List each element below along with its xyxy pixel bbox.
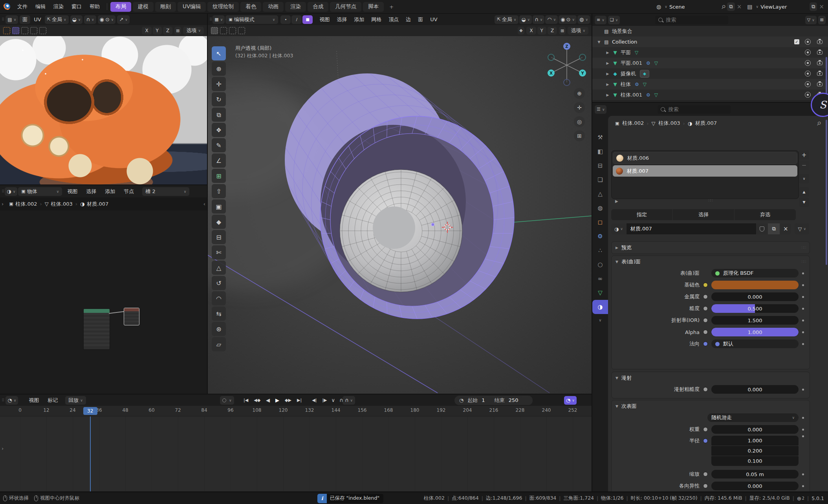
uv-grid-icon[interactable]: ⊞: [174, 27, 181, 35]
select-circle-icon[interactable]: [229, 27, 236, 34]
uv-mirror-y-toggle[interactable]: Y: [153, 27, 162, 35]
timeline-menu-视图[interactable]: 视图: [24, 396, 43, 405]
material-browse-button[interactable]: ◑∨: [611, 223, 626, 234]
new-collection-button[interactable]: ⊞: [818, 16, 826, 24]
prop-field-折射率(IOR)[interactable]: 1.500: [711, 316, 799, 325]
assign-button[interactable]: 指定: [611, 209, 672, 220]
outliner-row-柱体.001[interactable]: ▶▼柱体.001⚙▽: [592, 89, 828, 100]
uv-gizmo-dropdown[interactable]: ↗∨: [117, 15, 130, 24]
vp-mirror-z-toggle[interactable]: Z: [548, 27, 557, 35]
prop-field-漫射粗糙度[interactable]: 0.000: [711, 385, 799, 394]
outliner-filter-dropdown[interactable]: ▽∨: [805, 16, 817, 24]
shader-menu-选择[interactable]: 选择: [82, 187, 101, 196]
new-scene-icon[interactable]: ⧉: [727, 2, 735, 11]
jump-to-start-button[interactable]: |◀: [241, 396, 251, 405]
properties-tab-scene[interactable]: △: [592, 187, 608, 201]
animate-dot[interactable]: [802, 320, 804, 321]
toggle-ortho-button[interactable]: ⊞: [574, 130, 585, 141]
scene-chevron-icon[interactable]: ∨: [665, 5, 667, 9]
next-keyframe-button[interactable]: ◆▶: [282, 396, 294, 405]
node-principled-bsdf[interactable]: [83, 309, 110, 350]
uv-mirror-z-toggle[interactable]: Z: [163, 27, 172, 35]
snap-grid-icon[interactable]: ⊞: [559, 27, 566, 35]
stencil-mask-icon[interactable]: [12, 27, 19, 34]
uv-sync-icon[interactable]: [21, 27, 28, 34]
properties-tab-physics[interactable]: ○: [592, 257, 608, 272]
outliner-item-label[interactable]: 场景集合: [612, 28, 632, 35]
properties-tab-tool[interactable]: ⚒: [592, 130, 608, 144]
tool-smooth[interactable]: ◠: [212, 291, 226, 305]
select-box-icon[interactable]: [220, 27, 227, 34]
workspace-tab-雕刻[interactable]: 雕刻: [155, 2, 176, 12]
playback-dropdown[interactable]: 回放∨: [65, 396, 86, 405]
prop-field-Alpha[interactable]: 1.000: [711, 328, 799, 336]
viewlayer-chevron-icon[interactable]: ∨: [756, 5, 759, 9]
start-value[interactable]: 1: [482, 397, 485, 403]
prop-field-表(曲)面[interactable]: 原理化 BSDF: [711, 269, 799, 278]
hide-eye-icon[interactable]: [805, 81, 811, 87]
uv-select-mode-icon[interactable]: [30, 27, 37, 34]
scroll-right-icon[interactable]: ‹: [203, 201, 205, 207]
face-select-button[interactable]: ■: [302, 15, 313, 24]
menu-窗口[interactable]: 窗口: [68, 2, 86, 11]
deselect-button[interactable]: 弃选: [735, 209, 796, 220]
viewlayer-name[interactable]: ViewLayer: [760, 4, 808, 10]
select-tweak-icon[interactable]: [211, 27, 218, 34]
vp-menu-网格[interactable]: 网格: [368, 15, 385, 24]
workspace-tab-UV编辑[interactable]: UV编辑: [178, 2, 206, 12]
preview-panel[interactable]: ▶预览∷∷: [611, 241, 810, 254]
outliner-row-场景集合[interactable]: ▤场景集合: [592, 26, 828, 37]
outliner-row-平面.001[interactable]: ▶▼平面.001⚙▽: [592, 58, 828, 68]
timeline-keyframe-area[interactable]: [0, 416, 592, 491]
tool-measure[interactable]: ∠: [212, 153, 226, 168]
shader-menu-添加[interactable]: 添加: [101, 187, 119, 196]
menu-编辑[interactable]: 编辑: [31, 2, 49, 11]
shader-editor-type-button[interactable]: ◑∨: [5, 187, 17, 196]
gizmo-y-neg-axis[interactable]: [548, 54, 555, 61]
material-slot-材质.006[interactable]: 材质.006: [613, 152, 797, 164]
breadcrumb-object[interactable]: 柱体.002: [16, 201, 37, 208]
gizmo-z-axis[interactable]: Z: [563, 43, 570, 50]
add-workspace-button[interactable]: +: [385, 2, 398, 12]
hide-eye-icon[interactable]: [805, 49, 811, 55]
tool-bevel[interactable]: ◆: [212, 215, 226, 229]
tool-knife[interactable]: ✄: [212, 245, 226, 259]
autokey-toggle[interactable]: ∨: [220, 396, 234, 405]
tool-annotate[interactable]: ✎: [212, 138, 226, 152]
prop-field-缩放[interactable]: 0.05 m: [711, 470, 799, 478]
hide-eye-icon[interactable]: [805, 92, 811, 98]
prop-field-糙度[interactable]: 0.500: [711, 304, 799, 313]
radius-value-1[interactable]: 0.200: [711, 446, 799, 456]
vp-menu-边[interactable]: 边: [402, 15, 414, 24]
collection-checkbox[interactable]: ✓: [794, 39, 799, 44]
outliner-item-label[interactable]: Collection: [612, 39, 637, 45]
properties-tab-output[interactable]: ⊟: [592, 159, 608, 173]
tool-extrude-region[interactable]: ⇧: [212, 184, 226, 198]
timeline-corner-grip[interactable]: ⠿: [2, 398, 4, 402]
menu-渲染[interactable]: 渲染: [49, 2, 68, 11]
select-lasso-icon[interactable]: [238, 27, 245, 34]
editor-type-button[interactable]: ▤∨: [5, 15, 18, 24]
hide-eye-icon[interactable]: [805, 60, 811, 66]
vp-menu-顶点[interactable]: 顶点: [385, 15, 402, 24]
workspace-tab-合成[interactable]: 合成: [308, 2, 328, 12]
slot-specials-dropdown[interactable]: ∨: [799, 174, 809, 183]
gizmo-y-axis[interactable]: Y: [579, 69, 586, 77]
step-chevron-icon[interactable]: ∨: [330, 396, 337, 405]
animate-dot[interactable]: [802, 429, 804, 431]
mesh-data-icon[interactable]: ▽: [654, 60, 658, 66]
tool-cursor[interactable]: ⊕: [212, 62, 226, 76]
scroll-left-icon[interactable]: ›: [2, 201, 4, 207]
vp-mirror-x-toggle[interactable]: X: [526, 27, 536, 35]
navigation-gizmo[interactable]: ZXY: [545, 42, 589, 86]
animate-dot[interactable]: [802, 331, 804, 333]
uv-snap-dropdown[interactable]: ∩∨: [84, 15, 96, 24]
menu-文件[interactable]: 文件: [13, 2, 31, 11]
properties-tab-world[interactable]: ◍: [592, 201, 608, 215]
copy-material-button[interactable]: ⧉: [768, 223, 780, 234]
stopwatch-icon[interactable]: ◔: [459, 397, 463, 403]
outliner-row-平面[interactable]: ▶▼平面▽: [592, 47, 828, 58]
viewport-editor-type-button[interactable]: ▦∨: [212, 15, 225, 24]
play-button[interactable]: ▶: [273, 396, 282, 405]
outliner-search-input[interactable]: [665, 16, 714, 23]
